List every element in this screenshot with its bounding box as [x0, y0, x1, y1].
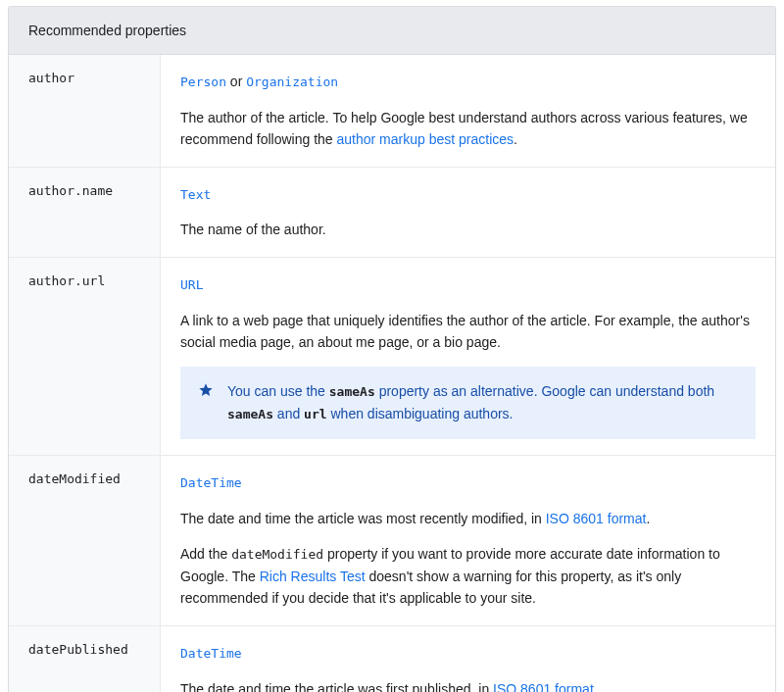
code-text: dateModified	[231, 547, 323, 562]
or-text: or	[230, 74, 242, 89]
type-link-datetime[interactable]: DateTime	[180, 646, 242, 661]
star-icon	[198, 382, 214, 398]
property-value: URL A link to a web page that uniquely i…	[161, 258, 775, 455]
table-header-title: Recommended properties	[28, 23, 186, 38]
table-row: author Person or Organization The author…	[9, 55, 775, 168]
type-link-url[interactable]: URL	[180, 277, 203, 292]
desc-text: The date and time the article was first …	[180, 681, 493, 693]
type-link-text[interactable]: Text	[180, 187, 211, 202]
type-link-person[interactable]: Person	[180, 74, 226, 89]
property-value: DateTime The date and time the article w…	[161, 456, 775, 625]
table-row: author.url URL A link to a web page that…	[9, 258, 775, 456]
properties-table: Recommended properties author Person or …	[8, 6, 776, 692]
property-value: DateTime The date and time the article w…	[161, 626, 775, 692]
property-name: datePublished	[9, 626, 161, 692]
author-markup-link[interactable]: author markup best practices	[337, 131, 514, 147]
property-name: dateModified	[9, 456, 161, 625]
info-note: You can use the sameAs property as an al…	[180, 367, 756, 439]
desc-text: A link to a web page that uniquely ident…	[180, 310, 756, 354]
table-row: author.name Text The name of the author.	[9, 168, 775, 258]
property-name: author.name	[9, 168, 161, 257]
desc-text: The name of the author.	[180, 219, 756, 240]
table-header: Recommended properties	[9, 7, 775, 55]
property-name: author	[9, 55, 161, 167]
rich-results-link[interactable]: Rich Results Test	[260, 568, 366, 584]
iso8601-link[interactable]: ISO 8601 format	[546, 511, 647, 526]
type-link-organization[interactable]: Organization	[246, 74, 338, 89]
property-value: Person or Organization The author of the…	[161, 55, 775, 167]
desc-text: Add the	[180, 546, 231, 562]
property-name: author.url	[9, 258, 161, 455]
table-row: dateModified DateTime The date and time …	[9, 456, 775, 626]
desc-text: .	[594, 681, 598, 693]
note-text: You can use the sameAs property as an al…	[227, 380, 738, 425]
property-value: Text The name of the author.	[161, 168, 775, 257]
iso8601-link[interactable]: ISO 8601 format	[493, 681, 594, 693]
table-row: datePublished DateTime The date and time…	[9, 626, 775, 692]
desc-text: .	[514, 131, 517, 147]
desc-text: .	[646, 511, 650, 526]
type-link-datetime[interactable]: DateTime	[180, 475, 242, 490]
desc-text: The date and time the article was most r…	[180, 511, 546, 526]
